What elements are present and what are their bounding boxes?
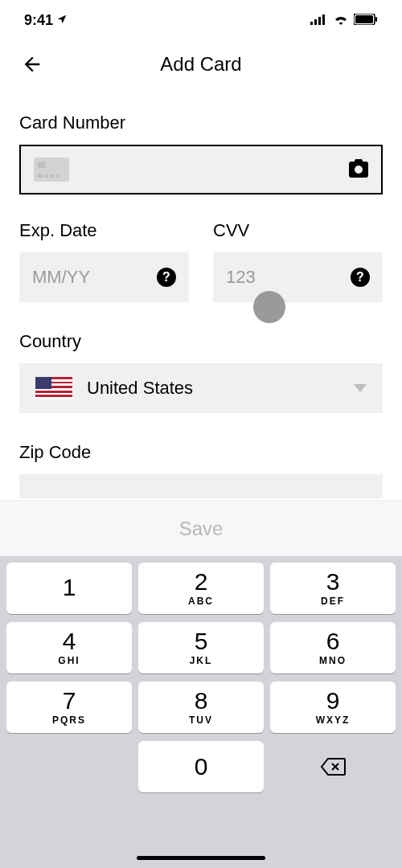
key-5[interactable]: 5JKL: [138, 622, 264, 674]
country-group: Country United States: [19, 331, 383, 413]
exp-date-input[interactable]: MM/YY ?: [19, 252, 189, 302]
battery-icon: [354, 12, 378, 29]
help-icon[interactable]: ?: [157, 268, 176, 287]
key-3[interactable]: 3DEF: [270, 563, 396, 614]
home-indicator[interactable]: [137, 856, 265, 860]
zip-input[interactable]: [19, 474, 383, 498]
svg-rect-3: [322, 14, 325, 25]
key-4[interactable]: 4GHI: [6, 622, 132, 674]
cvv-placeholder: 123: [226, 267, 256, 288]
header: Add Card: [0, 40, 402, 88]
help-icon[interactable]: ?: [351, 268, 370, 287]
exp-date-placeholder: MM/YY: [32, 267, 90, 288]
svg-rect-5: [355, 15, 373, 23]
chevron-down-icon: [354, 384, 367, 392]
key-1[interactable]: 1: [6, 563, 132, 614]
key-blank: [6, 741, 132, 792]
card-number-label: Card Number: [19, 113, 383, 133]
zip-group: Zip Code: [19, 442, 383, 498]
svg-rect-1: [314, 19, 317, 25]
svg-rect-6: [375, 17, 377, 22]
us-flag-icon: [35, 377, 72, 399]
exp-date-label: Exp. Date: [19, 220, 189, 241]
key-backspace[interactable]: [270, 741, 396, 792]
exp-date-group: Exp. Date MM/YY ?: [19, 220, 189, 302]
country-label: Country: [19, 331, 383, 352]
credit-card-icon: [34, 158, 69, 182]
key-2[interactable]: 2ABC: [138, 563, 264, 614]
camera-icon[interactable]: [349, 162, 368, 178]
location-icon: [56, 12, 68, 29]
card-number-group: Card Number: [19, 113, 383, 194]
cvv-input[interactable]: 123 ?: [213, 252, 383, 302]
status-time: 9:41: [24, 12, 53, 29]
key-8[interactable]: 8TUV: [138, 682, 264, 733]
save-label: Save: [179, 518, 224, 540]
back-button[interactable]: [19, 51, 45, 77]
country-value: United States: [87, 378, 339, 399]
key-0[interactable]: 0: [138, 741, 264, 792]
page-title: Add Card: [160, 53, 241, 76]
status-bar: 9:41: [0, 0, 402, 40]
key-7[interactable]: 7PQRS: [6, 682, 132, 733]
key-6[interactable]: 6MNO: [270, 622, 396, 674]
country-select[interactable]: United States: [19, 363, 383, 413]
svg-rect-0: [310, 22, 313, 25]
svg-rect-2: [318, 17, 321, 25]
arrow-left-icon: [21, 53, 43, 76]
zip-label: Zip Code: [19, 442, 383, 463]
wifi-icon: [333, 12, 349, 29]
save-button[interactable]: Save: [0, 500, 402, 556]
add-card-form: Card Number Exp. Date MM/YY ? CVV 123 ? …: [0, 113, 402, 498]
cellular-icon: [310, 12, 328, 29]
backspace-icon: [320, 757, 346, 776]
touch-indicator: [253, 291, 285, 323]
card-number-input[interactable]: [19, 145, 383, 194]
key-9[interactable]: 9WXYZ: [270, 682, 396, 733]
numeric-keypad: 1 2ABC 3DEF 4GHI 5JKL 6MNO 7PQRS 8TUV 9W…: [0, 556, 402, 868]
cvv-group: CVV 123 ?: [213, 220, 383, 302]
cvv-label: CVV: [213, 220, 383, 241]
